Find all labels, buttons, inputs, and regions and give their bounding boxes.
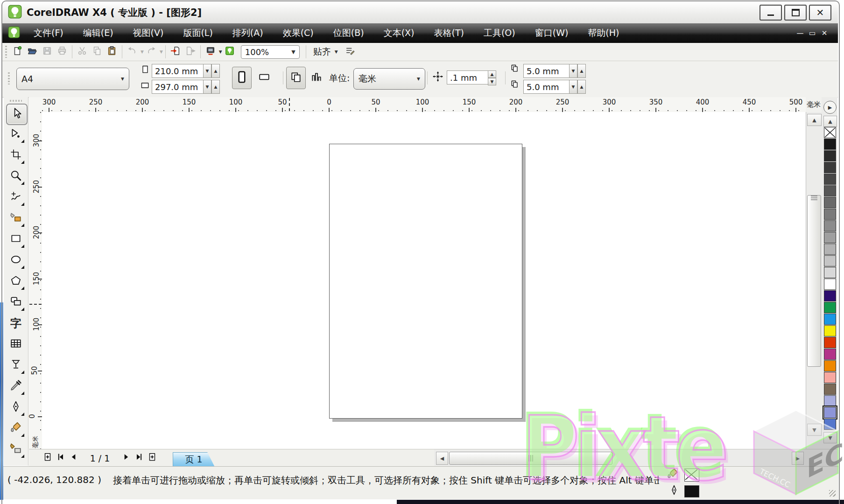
document-page[interactable]: [329, 144, 522, 419]
spinner-up-icon[interactable]: ▲: [211, 64, 220, 78]
flyout-arrow-icon[interactable]: [21, 434, 24, 437]
flyout-arrow-icon[interactable]: [21, 266, 24, 269]
flyout-arrow-icon[interactable]: [21, 308, 24, 311]
portrait-button[interactable]: [232, 67, 252, 89]
prev-page-button[interactable]: [67, 452, 80, 464]
duplicate-y-field[interactable]: 5.0 mm: [523, 80, 575, 94]
menu-item-7[interactable]: 位图(B): [324, 24, 374, 42]
paper-preset-combo[interactable]: A4 ▼: [16, 68, 129, 90]
color-swatch-8d95d8[interactable]: [824, 407, 836, 418]
resize-grip[interactable]: [829, 490, 836, 497]
color-swatch-ffffff[interactable]: [824, 279, 836, 290]
color-swatch-3a3a3a[interactable]: [824, 162, 836, 173]
palette-scroll-up-button[interactable]: ▲: [823, 116, 837, 127]
pick-tool[interactable]: [6, 104, 28, 125]
rectangle-tool[interactable]: [6, 230, 26, 249]
color-swatch-5577cc[interactable]: [824, 419, 836, 430]
text-tool[interactable]: 字: [6, 314, 26, 333]
spinner-down-icon[interactable]: ▼: [203, 80, 211, 94]
toolbox-handle[interactable]: [10, 100, 22, 102]
flyout-arrow-icon[interactable]: [21, 287, 24, 290]
duplicate-x-spinners[interactable]: ▼ ▲: [569, 64, 586, 78]
color-swatch-181818[interactable]: [824, 139, 836, 150]
flyout-arrow-icon[interactable]: [21, 392, 24, 395]
add-page-button[interactable]: [41, 452, 54, 464]
import-button[interactable]: [168, 45, 183, 59]
color-swatch-f7a8a0[interactable]: [824, 372, 836, 383]
zoom-level-combo[interactable]: 100%▼: [241, 45, 300, 59]
eyedropper-tool[interactable]: [6, 377, 26, 396]
scroll-right-button[interactable]: ▶: [792, 452, 804, 465]
spinner-up-icon[interactable]: ▲: [577, 80, 586, 94]
scroll-left-button[interactable]: ◀: [436, 452, 448, 465]
paper-width-spinners[interactable]: ▼ ▲: [203, 64, 220, 78]
ellipse-tool[interactable]: [6, 251, 26, 270]
menu-item-1[interactable]: 文件(F): [24, 24, 73, 42]
scroll-down-button[interactable]: ▼: [807, 424, 822, 436]
open-button[interactable]: [25, 45, 40, 59]
vertical-scroll-thumb[interactable]: [807, 195, 821, 367]
color-swatch-b3b3b3[interactable]: [824, 244, 836, 255]
menu-item-11[interactable]: 窗口(W): [525, 24, 578, 42]
propbar-handle[interactable]: [8, 72, 10, 84]
new-document-button[interactable]: [10, 45, 25, 59]
menu-item-8[interactable]: 文本(X): [374, 24, 424, 42]
duplicate-x-field[interactable]: 5.0 mm: [523, 64, 575, 78]
color-swatch-8c8c8c[interactable]: [824, 220, 836, 231]
palette-scroll-down-button[interactable]: ▼: [823, 432, 837, 443]
next-page-button[interactable]: [120, 452, 133, 464]
basic-shapes-tool[interactable]: [6, 293, 26, 312]
first-page-button[interactable]: [54, 452, 67, 464]
flyout-arrow-icon[interactable]: [21, 224, 24, 227]
mdi-minimize-button[interactable]: —: [794, 29, 806, 37]
menu-item-10[interactable]: 工具(O): [474, 24, 525, 42]
color-swatch-2b2b2b[interactable]: [824, 150, 836, 161]
units-combo[interactable]: 毫米 ▼: [353, 68, 425, 90]
menu-item-6[interactable]: 效果(C): [273, 24, 324, 42]
color-swatch-7a7a7a[interactable]: [824, 209, 836, 220]
flyout-arrow-icon[interactable]: [21, 140, 24, 143]
color-swatch-none[interactable]: [824, 127, 836, 138]
spinner-down-icon[interactable]: ▼: [488, 78, 496, 85]
all-pages-button[interactable]: [286, 67, 306, 89]
color-swatch-f6ec0a[interactable]: [824, 325, 836, 336]
outline-status-swatch[interactable]: [684, 485, 699, 497]
menu-item-5[interactable]: 排列(A): [223, 24, 273, 42]
color-swatch-7b6a58[interactable]: [824, 384, 836, 395]
crop-tool[interactable]: [6, 146, 26, 165]
menu-item-3[interactable]: 视图(V): [123, 24, 174, 42]
paste-button[interactable]: [105, 45, 120, 59]
app-launcher-dropdown-arrow[interactable]: ▼: [219, 49, 222, 54]
color-swatch-a9aede[interactable]: [824, 395, 836, 406]
flyout-arrow-icon[interactable]: [21, 182, 24, 185]
fill-tool[interactable]: [6, 419, 26, 438]
welcome-screen-button[interactable]: [222, 45, 237, 59]
zoom-tool[interactable]: [6, 167, 26, 186]
spinner-up-icon[interactable]: ▲: [577, 64, 586, 78]
color-swatch-474747[interactable]: [824, 174, 836, 185]
color-swatch-12994c[interactable]: [824, 302, 836, 313]
mdi-restore-button[interactable]: ▭: [806, 29, 818, 37]
shape-tool[interactable]: [6, 125, 26, 144]
landscape-button[interactable]: [254, 67, 274, 89]
current-page-button[interactable]: [307, 67, 326, 89]
undo-dropdown-arrow[interactable]: ▼: [141, 49, 144, 54]
menu-item-4[interactable]: 版面(L): [173, 24, 222, 42]
palette-flyout-button[interactable]: ▶: [823, 101, 837, 114]
page-tab[interactable]: 页 1: [173, 452, 215, 467]
polygon-tool[interactable]: [6, 272, 26, 291]
spinner-down-icon[interactable]: ▼: [569, 64, 577, 78]
paper-width-field[interactable]: 210.0 mm: [152, 64, 209, 78]
options-button[interactable]: [343, 45, 358, 59]
spinner-down-icon[interactable]: ▼: [569, 80, 577, 94]
color-swatch-2d0e6e[interactable]: [824, 290, 836, 301]
restore-button[interactable]: [784, 5, 807, 21]
scroll-up-button[interactable]: ▲: [807, 114, 822, 126]
flyout-arrow-icon[interactable]: [21, 161, 24, 164]
interactive-fill-tool[interactable]: [6, 440, 26, 459]
menu-item-2[interactable]: 编辑(E): [73, 24, 123, 42]
close-button[interactable]: ✕: [809, 5, 831, 21]
table-tool[interactable]: [6, 335, 26, 354]
color-swatch-b23389[interactable]: [824, 349, 836, 360]
add-page-button-2[interactable]: [146, 452, 159, 464]
